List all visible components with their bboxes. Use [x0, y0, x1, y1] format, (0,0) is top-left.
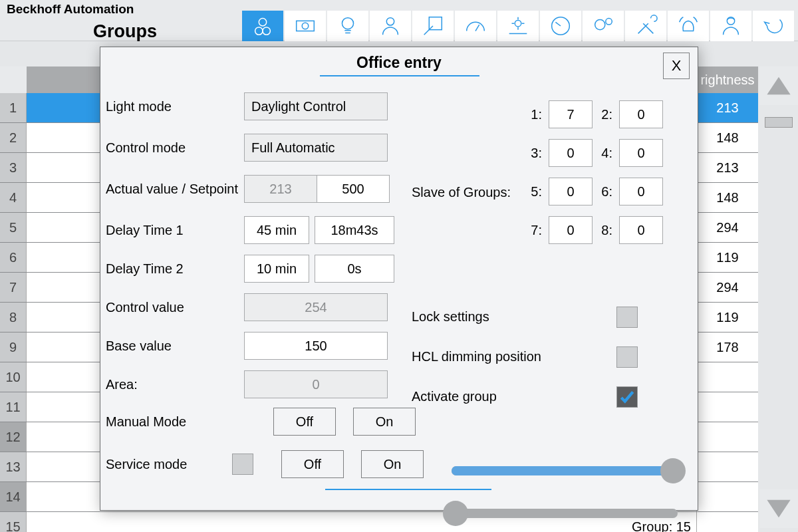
svg-line-8 [475, 25, 479, 31]
base-value-label: Base value [106, 338, 244, 354]
manual-off-button[interactable]: Off [273, 408, 336, 436]
scroll-up-button[interactable] [759, 66, 798, 105]
sun-icon[interactable] [497, 11, 539, 41]
bulb-icon[interactable] [327, 11, 368, 41]
area-field: 0 [244, 370, 388, 398]
slave-5-field[interactable]: 0 [549, 178, 593, 205]
slave-2-field[interactable]: 0 [619, 100, 663, 128]
service-on-button[interactable]: On [361, 450, 424, 478]
tools-icon[interactable] [625, 11, 666, 41]
svg-point-2 [259, 19, 266, 26]
svg-point-5 [342, 18, 353, 29]
svg-marker-15 [767, 77, 790, 94]
svg-point-6 [386, 18, 394, 25]
col-brightness-header: rightness [697, 66, 758, 93]
svg-point-4 [302, 23, 309, 29]
manual-slider[interactable] [452, 461, 684, 481]
service-mode-checkbox[interactable] [232, 454, 253, 475]
actual-value-field: 213 [244, 175, 317, 203]
delay2-label: Delay Time 2 [106, 261, 244, 277]
scroll-down-button[interactable] [759, 489, 798, 528]
operator-icon[interactable] [710, 11, 751, 41]
groups-tab-icon[interactable] [242, 11, 283, 41]
activate-group-checkbox[interactable] [616, 386, 638, 408]
slave-groups-label: Slave of Groups: [412, 185, 511, 200]
light-mode-label: Light mode [106, 99, 244, 114]
control-mode-select[interactable]: Full Automatic [244, 134, 388, 162]
svg-line-11 [555, 22, 561, 26]
actual-setpoint-label: Actual value / Setpoint [106, 182, 244, 197]
activate-group-label: Activate group [412, 389, 497, 404]
user-icon[interactable] [370, 11, 411, 41]
meter-icon[interactable] [540, 11, 581, 41]
slave-7-field[interactable]: 0 [549, 216, 593, 244]
svg-point-12 [595, 20, 605, 30]
control-mode-label: Control mode [106, 140, 244, 156]
delay1-label: Delay Time 1 [106, 223, 244, 238]
manual-on-button[interactable]: On [353, 408, 416, 436]
dialog-title: Office entry [100, 54, 698, 72]
manual-mode-label: Manual Mode [106, 414, 244, 430]
slave-4-field[interactable]: 0 [619, 139, 663, 167]
gauge-icon[interactable] [455, 11, 496, 41]
page-title: Groups [93, 21, 157, 42]
slave-8-field[interactable]: 0 [619, 216, 663, 244]
slave-6-field[interactable]: 0 [619, 178, 663, 205]
svg-point-0 [255, 27, 263, 35]
setpoint-field[interactable]: 500 [317, 175, 390, 203]
hcl-checkbox[interactable] [616, 346, 638, 368]
service-slider[interactable] [445, 503, 678, 523]
brand-label: Beckhoff Automation [7, 2, 134, 17]
delay1-set-field[interactable]: 45 min [244, 216, 309, 244]
slave-1-field[interactable]: 7 [549, 100, 593, 128]
bell-icon[interactable] [668, 11, 709, 41]
service-off-button[interactable]: Off [281, 450, 344, 478]
area-label: Area: [106, 377, 244, 392]
svg-point-1 [263, 27, 270, 35]
lock-settings-checkbox[interactable] [616, 307, 638, 328]
group-edit-dialog: Office entry X Light mode Daylight Contr… [100, 47, 698, 511]
base-value-field[interactable]: 150 [244, 332, 388, 360]
hcl-label: HCL dimming position [412, 349, 541, 364]
service-mode-label: Service mode [106, 457, 244, 472]
switch-icon[interactable] [412, 11, 454, 41]
bulb-gear-icon[interactable] [583, 11, 624, 41]
slave-3-field[interactable]: 0 [549, 139, 593, 167]
light-mode-select[interactable]: Daylight Control [244, 92, 388, 120]
scroll-thumb[interactable] [765, 117, 793, 128]
back-icon[interactable] [753, 11, 794, 41]
money-icon[interactable] [285, 11, 326, 41]
delay2-set-field[interactable]: 10 min [244, 255, 309, 283]
delay2-remain-field: 0s [315, 255, 394, 283]
icon-toolbar [242, 11, 794, 41]
control-value-field: 254 [244, 293, 388, 321]
svg-marker-16 [767, 500, 790, 517]
lock-settings-label: Lock settings [412, 309, 489, 325]
svg-point-9 [515, 20, 521, 27]
control-value-label: Control value [106, 300, 244, 315]
close-button[interactable]: X [663, 53, 690, 79]
svg-point-13 [606, 19, 612, 25]
delay1-remain-field: 18m43s [315, 216, 394, 244]
